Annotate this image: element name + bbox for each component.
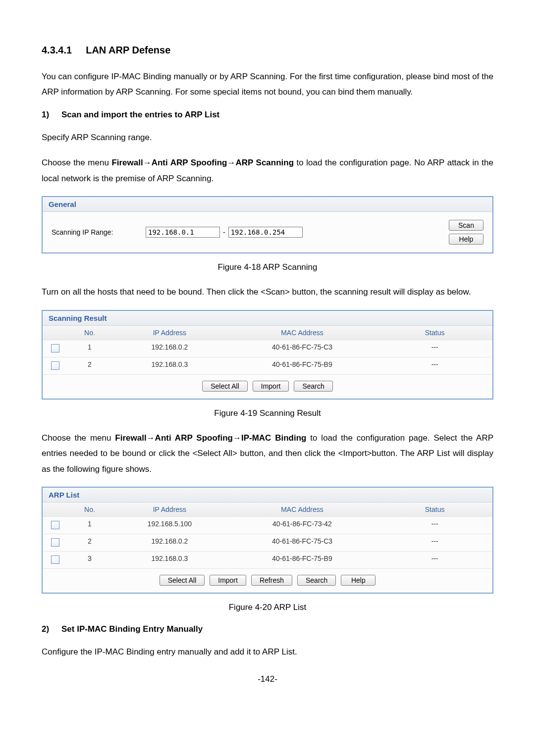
cell-mac: 40-61-86-FC-75-B9 xyxy=(227,357,377,374)
import-button[interactable]: Import xyxy=(253,381,289,392)
general-panel-title: General xyxy=(43,197,492,212)
ip-range-to-input[interactable] xyxy=(228,227,303,238)
table-row: 2 192.168.0.3 40-61-86-FC-75-B9 --- xyxy=(43,357,492,374)
scan-button[interactable]: Scan xyxy=(449,220,483,231)
cell-status: --- xyxy=(377,552,492,568)
arrow-icon: → xyxy=(233,433,241,443)
col-status: Status xyxy=(377,503,492,516)
text-span: Choose the menu xyxy=(42,433,115,443)
specify-range-text: Specify ARP Scanning range. xyxy=(42,130,493,145)
cell-no: 2 xyxy=(67,357,112,374)
arrow-icon: → xyxy=(143,158,152,167)
general-panel: General Scanning IP Range: - Scan Help xyxy=(42,196,493,253)
table-row: 1 192.168.5.100 40-61-86-FC-73-42 --- xyxy=(43,516,492,534)
figure-4-19-caption: Figure 4-19 Scanning Result xyxy=(42,408,493,418)
step-2-title: Set IP-MAC Binding Entry Manually xyxy=(61,624,203,634)
section-heading: 4.3.4.1LAN ARP Defense xyxy=(42,45,493,56)
cell-ip: 192.168.0.3 xyxy=(112,357,227,374)
cell-status: --- xyxy=(377,357,492,374)
arp-list-panel: ARP List No. IP Address MAC Address Stat… xyxy=(42,487,493,594)
cell-status: --- xyxy=(377,534,492,551)
turn-on-hosts-paragraph: Turn on all the hosts that need to be bo… xyxy=(42,284,493,300)
import-button[interactable]: Import xyxy=(210,575,246,586)
cell-no: 1 xyxy=(67,340,112,357)
cell-status: --- xyxy=(377,517,492,534)
nav-firewall: Firewall xyxy=(115,433,146,443)
choose-scanning-paragraph: Choose the menu Firewall→Anti ARP Spoofi… xyxy=(42,155,493,186)
text-span: Choose the menu xyxy=(42,158,111,167)
choose-binding-paragraph: Choose the menu Firewall→Anti ARP Spoofi… xyxy=(42,430,493,477)
figure-4-20-caption: Figure 4-20 ARP List xyxy=(42,603,493,612)
checkbox[interactable] xyxy=(51,521,59,529)
step-1-title: Scan and import the entries to ARP List xyxy=(61,110,219,119)
checkbox[interactable] xyxy=(51,538,59,547)
scanning-result-panel: Scanning Result No. IP Address MAC Addre… xyxy=(42,310,493,400)
checkbox[interactable] xyxy=(51,361,59,370)
col-status: Status xyxy=(377,326,492,340)
col-ip: IP Address xyxy=(112,503,227,516)
select-all-button[interactable]: Select All xyxy=(202,381,248,392)
cell-ip: 192.168.0.2 xyxy=(112,534,227,551)
cell-no: 2 xyxy=(67,534,112,551)
cell-no: 1 xyxy=(67,517,112,534)
step-1-heading: 1)Scan and import the entries to ARP Lis… xyxy=(42,110,493,120)
search-button[interactable]: Search xyxy=(297,575,336,586)
cell-mac: 40-61-86-FC-75-C3 xyxy=(227,340,377,357)
ip-range-from-input[interactable] xyxy=(146,227,220,238)
checkbox[interactable] xyxy=(51,344,59,353)
cell-mac: 40-61-86-FC-73-42 xyxy=(227,517,377,534)
ip-range-dash: - xyxy=(223,228,225,236)
nav-anti-arp: Anti ARP Spoofing xyxy=(155,433,233,443)
help-button[interactable]: Help xyxy=(449,234,483,245)
section-title: LAN ARP Defense xyxy=(86,45,170,55)
arp-table-header: No. IP Address MAC Address Status xyxy=(43,503,492,516)
col-no: No. xyxy=(67,503,112,516)
cell-status: --- xyxy=(377,340,492,357)
col-ip: IP Address xyxy=(112,326,227,340)
arrow-icon: → xyxy=(147,433,155,443)
cell-no: 3 xyxy=(67,552,112,568)
col-mac: MAC Address xyxy=(227,503,377,516)
section-number: 4.3.4.1 xyxy=(42,45,72,55)
step-1-number: 1) xyxy=(42,110,61,120)
checkbox[interactable] xyxy=(51,555,59,564)
scanning-ip-range-label: Scanning IP Range: xyxy=(52,228,146,236)
col-mac: MAC Address xyxy=(227,326,377,340)
nav-firewall: Firewall xyxy=(111,158,143,167)
page-number: -142- xyxy=(42,674,493,684)
step-2-number: 2) xyxy=(42,624,61,634)
refresh-button[interactable]: Refresh xyxy=(251,575,292,586)
intro-paragraph: You can configure IP-MAC Binding manuall… xyxy=(42,69,493,100)
arrow-icon: → xyxy=(227,158,235,167)
cell-mac: 40-61-86-FC-75-B9 xyxy=(227,552,377,568)
figure-4-18-caption: Figure 4-18 ARP Scanning xyxy=(42,262,493,272)
nav-anti-arp: Anti ARP Spoofing xyxy=(152,158,227,167)
table-row: 2 192.168.0.2 40-61-86-FC-75-C3 --- xyxy=(43,534,492,551)
nav-ipmac-binding: IP-MAC Binding xyxy=(241,433,307,443)
configure-manual-paragraph: Configure the IP-MAC Binding entry manua… xyxy=(42,644,493,659)
table-row: 3 192.168.0.3 40-61-86-FC-75-B9 --- xyxy=(43,551,492,568)
cell-ip: 192.168.0.3 xyxy=(112,552,227,568)
result-table-header: No. IP Address MAC Address Status xyxy=(43,326,492,340)
step-2-heading: 2)Set IP-MAC Binding Entry Manually xyxy=(42,624,493,634)
arp-list-title: ARP List xyxy=(43,488,492,503)
select-all-button[interactable]: Select All xyxy=(160,575,205,586)
table-row: 1 192.168.0.2 40-61-86-FC-75-C3 --- xyxy=(43,340,492,357)
cell-ip: 192.168.5.100 xyxy=(112,517,227,534)
scanning-result-title: Scanning Result xyxy=(43,311,492,326)
col-no: No. xyxy=(67,326,112,340)
help-button[interactable]: Help xyxy=(341,575,375,586)
search-button[interactable]: Search xyxy=(294,381,332,392)
cell-mac: 40-61-86-FC-75-C3 xyxy=(227,534,377,551)
nav-arp-scanning: ARP Scanning xyxy=(235,158,294,167)
cell-ip: 192.168.0.2 xyxy=(112,340,227,357)
